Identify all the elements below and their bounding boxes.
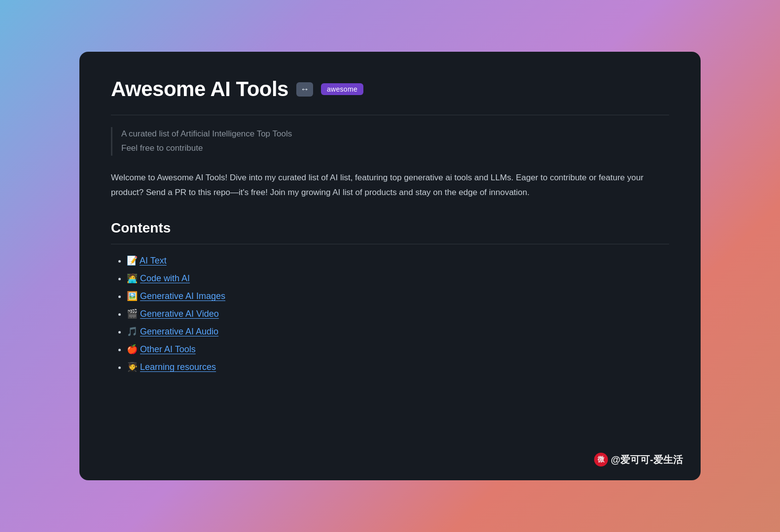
blockquote-line-2: Feel free to contribute — [121, 141, 669, 156]
list-item: 🖼️ Generative AI Images — [127, 291, 669, 301]
list-item: 🎵 Generative AI Audio — [127, 326, 669, 337]
item-emoji: 🎬 — [127, 309, 138, 319]
ai-text-link[interactable]: AI Text — [140, 256, 167, 266]
learning-resources-link[interactable]: Learning resources — [140, 362, 216, 372]
item-emoji: 📝 — [127, 256, 138, 266]
gen-ai-audio-link[interactable]: Generative AI Audio — [140, 327, 218, 336]
awesome-badge: awesome — [321, 83, 363, 95]
gen-ai-images-link[interactable]: Generative AI Images — [140, 291, 225, 301]
item-emoji: 🧑‍🎓 — [127, 362, 138, 372]
item-emoji: 🎵 — [127, 327, 138, 336]
other-ai-tools-link[interactable]: Other AI Tools — [140, 344, 196, 354]
watermark-text: @爱可可-爱生活 — [611, 453, 683, 466]
list-item: 🍎 Other AI Tools — [127, 344, 669, 355]
watermark: 微 @爱可可-爱生活 — [594, 453, 683, 466]
list-item: 🧑‍🎓 Learning resources — [127, 362, 669, 372]
item-emoji: 🧑‍💻 — [127, 273, 138, 283]
gen-ai-video-link[interactable]: Generative AI Video — [140, 309, 219, 319]
main-card: Awesome AI Tools ↔ awesome A curated lis… — [79, 52, 701, 480]
contents-heading: Contents — [111, 220, 669, 236]
item-emoji: 🍎 — [127, 344, 138, 354]
blockquote-line-1: A curated list of Artificial Intelligenc… — [121, 127, 669, 141]
intro-text: Welcome to Awesome AI Tools! Dive into m… — [111, 170, 669, 200]
contents-list: 📝 AI Text 🧑‍💻 Code with AI 🖼️ Generative… — [111, 255, 669, 372]
list-item: 🧑‍💻 Code with AI — [127, 273, 669, 284]
item-emoji: 🖼️ — [127, 291, 138, 301]
badge-icon: ↔ — [296, 82, 313, 97]
list-item: 🎬 Generative AI Video — [127, 308, 669, 319]
page-title: Awesome AI Tools — [111, 77, 288, 101]
title-divider — [111, 115, 669, 115]
list-item: 📝 AI Text — [127, 255, 669, 266]
contents-divider — [111, 244, 669, 244]
blockquote-section: A curated list of Artificial Intelligenc… — [111, 127, 669, 156]
code-with-ai-link[interactable]: Code with AI — [140, 273, 190, 283]
weibo-icon: 微 — [594, 453, 608, 466]
title-row: Awesome AI Tools ↔ awesome — [111, 77, 669, 101]
